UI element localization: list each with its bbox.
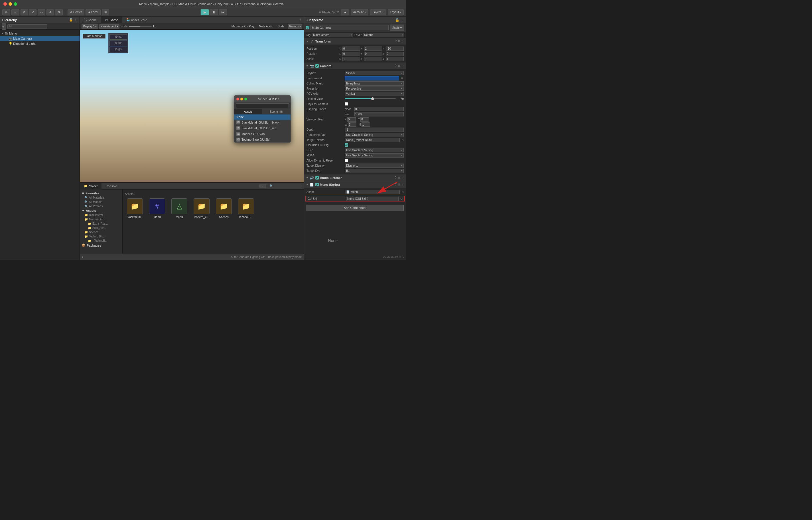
asset-techno-folder[interactable]: 📁 Techno Bl... xyxy=(236,198,256,218)
step-button[interactable]: ⏭ xyxy=(219,9,227,16)
custom-tool-btn[interactable]: ⚙ xyxy=(55,9,63,16)
hierarchy-menu-icon[interactable]: ⋮ xyxy=(74,18,77,22)
gizmos-dropdown[interactable]: Gizmos ▾ xyxy=(288,24,302,29)
all-materials-item[interactable]: 🔍 All Materials xyxy=(80,196,122,200)
scale-x-input[interactable] xyxy=(342,57,360,61)
local-btn[interactable]: ◈ Local xyxy=(86,9,101,16)
dialog-item-none[interactable]: None xyxy=(234,114,290,120)
viewport-w-input[interactable] xyxy=(348,123,356,127)
audio-enabled-checkbox[interactable] xyxy=(315,176,319,180)
depth-input[interactable] xyxy=(345,128,404,132)
msaa-dropdown[interactable]: Use Graphics Setting ▾ xyxy=(345,153,404,158)
audio-help-btn[interactable]: ? xyxy=(395,176,397,179)
close-button[interactable] xyxy=(3,2,7,6)
dialog-scene-tab[interactable]: Scene 9 xyxy=(262,109,290,114)
layers-dropdown[interactable]: Layers ▾ xyxy=(370,9,386,16)
audio-listener-header[interactable]: ▼ 🔊 Audio Listener ? ⚙ ⋮ xyxy=(304,174,406,181)
tree-item-maincamera[interactable]: 📷 Main Camera xyxy=(0,36,80,41)
menu-script-menu-btn[interactable]: ⋮ xyxy=(401,183,404,186)
menu-btn-3[interactable]: 按钮3 xyxy=(110,47,127,52)
layout-dropdown[interactable]: Layout ▾ xyxy=(388,9,404,16)
dialog-assets-tab[interactable]: Assets xyxy=(234,109,262,114)
gameobject-name-input[interactable] xyxy=(310,25,389,30)
techno-blu-item[interactable]: 📁 Techno Blu... xyxy=(80,234,122,239)
occlusion-checkbox[interactable] xyxy=(345,143,348,147)
scale-z-input[interactable] xyxy=(386,57,404,61)
blackmetal-item[interactable]: 📁 BlackMetal... xyxy=(80,213,122,217)
target-texture-pick-icon[interactable]: ⊙ xyxy=(401,138,404,141)
dialog-item-modern[interactable]: 🖼 Modern GUISkin xyxy=(234,131,290,137)
camera-settings-btn[interactable]: ⚙ xyxy=(398,64,400,67)
static-dropdown[interactable]: Static ▾ xyxy=(390,25,404,31)
asset-menu-hash[interactable]: # Menu xyxy=(147,198,167,218)
inspector-lock-icon[interactable]: 🔓 xyxy=(395,18,399,22)
dialog-min-btn[interactable] xyxy=(240,98,243,101)
all-prefabs-item[interactable]: 🔍 All Prefabs xyxy=(80,204,122,208)
menu-script-header[interactable]: ▼ 📄 Menu (Script) ? ⚙ ⋮ xyxy=(304,181,406,188)
rot-y-input[interactable] xyxy=(364,52,382,56)
packages-item[interactable]: 📦 Packages xyxy=(80,243,122,248)
physical-camera-checkbox[interactable] xyxy=(345,102,348,106)
add-component-button[interactable]: Add Component xyxy=(307,205,404,211)
dialog-item-techno[interactable]: 🖼 Techno Blue GUISkin xyxy=(234,137,290,142)
asset-blackmetal-folder[interactable]: 📁 BlackMetal... xyxy=(125,198,145,218)
minimize-button[interactable] xyxy=(8,2,12,6)
asset-modern-folder[interactable]: 📁 Modern_G... xyxy=(192,198,212,218)
clear-flags-dropdown[interactable]: Skybox ▾ xyxy=(345,71,404,75)
inspector-menu-icon[interactable]: ⋮ xyxy=(400,18,404,22)
play-button[interactable]: ▶ xyxy=(200,9,209,16)
rect-tool-btn[interactable]: ▭ xyxy=(38,9,45,16)
asset-scenes-folder[interactable]: 📁 Scenes xyxy=(214,198,234,218)
audio-settings-btn[interactable]: ⚙ xyxy=(398,176,400,179)
favorites-header[interactable]: ★ Favorites xyxy=(80,191,122,196)
stats-btn[interactable]: Stats xyxy=(277,24,285,29)
project-tab[interactable]: 📁 Project xyxy=(80,183,102,189)
menu-script-help-btn[interactable]: ? xyxy=(395,183,397,186)
account-dropdown[interactable]: Account ▾ xyxy=(351,9,368,16)
asset-store-tab[interactable]: 🏪 Asset Store xyxy=(122,17,151,23)
camera-component-header[interactable]: ▼ 📷 Camera ? ⚙ ⋮ xyxy=(304,62,406,69)
console-tab[interactable]: Console xyxy=(102,183,121,189)
background-eyedropper-icon[interactable]: ✏ xyxy=(401,76,404,80)
scene-tab[interactable]: ⛶ Scene xyxy=(80,17,101,23)
gui-skin-pick-icon[interactable]: ⊙ xyxy=(400,197,402,200)
camera-enabled-checkbox[interactable] xyxy=(315,64,319,68)
dialog-search-input[interactable] xyxy=(236,103,289,108)
center-btn[interactable]: ⊕ Center xyxy=(67,9,84,16)
rendering-path-dropdown[interactable]: Use Graphics Setting ▾ xyxy=(345,133,404,137)
maximize-on-play-btn[interactable]: Maximize On Play xyxy=(230,24,256,29)
transform-help-btn[interactable]: ? xyxy=(395,40,397,43)
eye-toggle-btn[interactable]: 👁 xyxy=(2,9,10,16)
project-search-input[interactable] xyxy=(268,184,302,188)
asset-menu-folder[interactable]: △ Menu xyxy=(169,198,189,218)
tag-dropdown[interactable]: MainCamera ▾ xyxy=(312,33,353,37)
skin-ass-item[interactable]: 📁 Skin_Ass... xyxy=(80,226,122,230)
assets-header[interactable]: ▼ Assets xyxy=(80,208,122,213)
scenes-item[interactable]: 📁 Scenes xyxy=(80,230,122,234)
project-add-btn[interactable]: + xyxy=(259,184,266,188)
hdr-dropdown[interactable]: Use Graphics Setting ▾ xyxy=(345,148,404,152)
dialog-item-blackmetal-black[interactable]: 🖼 BlackMetal_GUISkin_black xyxy=(234,120,290,125)
all-models-item[interactable]: 🔍 All Models xyxy=(80,200,122,204)
viewport-h-input[interactable] xyxy=(362,123,370,127)
pause-button[interactable]: ⏸ xyxy=(209,9,218,16)
gameobject-active-checkbox[interactable] xyxy=(306,26,309,29)
fov-axis-dropdown[interactable]: Vertical ▾ xyxy=(345,92,404,96)
tree-item-directionallight[interactable]: 💡 Directional Light xyxy=(0,41,80,46)
layer-dropdown[interactable]: Default ▾ xyxy=(363,33,404,37)
transform-settings-btn[interactable]: ⚙ xyxy=(398,40,400,43)
hierarchy-add-btn[interactable]: + xyxy=(2,23,6,30)
audio-menu-btn[interactable]: ⋮ xyxy=(401,176,404,179)
i-am-a-button[interactable]: I am a button xyxy=(83,34,106,38)
background-color-picker[interactable] xyxy=(345,76,399,80)
near-input[interactable] xyxy=(355,107,404,111)
transform-menu-btn[interactable]: ⋮ xyxy=(401,40,404,43)
menu-script-settings-btn[interactable]: ⚙ xyxy=(398,183,400,186)
move-tool-btn[interactable]: ↔ xyxy=(11,9,19,16)
maximize-button[interactable] xyxy=(14,2,17,6)
script-pick-icon[interactable]: ⊙ xyxy=(401,190,404,193)
transform-tool-btn[interactable]: ✥ xyxy=(47,9,54,16)
viewport-x-input[interactable] xyxy=(347,117,356,122)
scale-tool-btn[interactable]: ⤢ xyxy=(29,9,36,16)
camera-menu-btn[interactable]: ⋮ xyxy=(401,64,404,67)
